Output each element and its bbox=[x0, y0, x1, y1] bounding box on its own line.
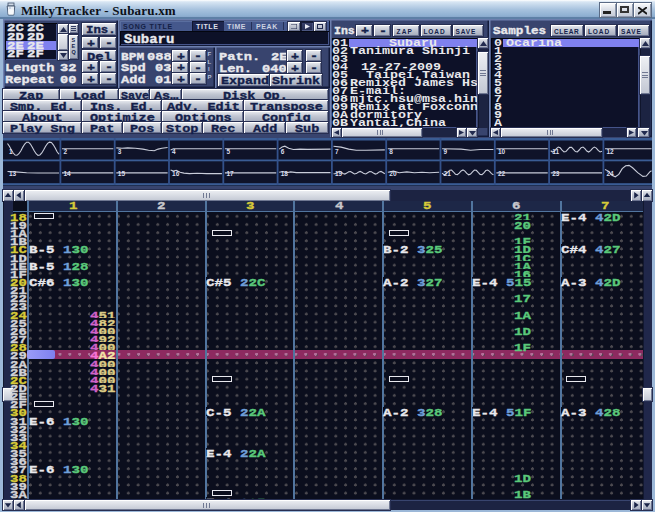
svg-text:17: 17 bbox=[226, 170, 234, 177]
svg-text:14: 14 bbox=[64, 170, 72, 177]
svg-text:15: 15 bbox=[118, 170, 126, 177]
svg-text:18: 18 bbox=[281, 170, 289, 177]
svg-text:20: 20 bbox=[389, 170, 397, 177]
svg-text:1: 1 bbox=[9, 148, 13, 155]
svg-text:16: 16 bbox=[172, 170, 180, 177]
svg-text:21: 21 bbox=[444, 170, 452, 177]
svg-text:23: 23 bbox=[552, 170, 560, 177]
svg-text:5: 5 bbox=[226, 148, 230, 155]
svg-text:13: 13 bbox=[9, 170, 17, 177]
svg-text:2: 2 bbox=[64, 148, 68, 155]
svg-text:4: 4 bbox=[172, 148, 176, 155]
svg-text:19: 19 bbox=[335, 170, 343, 177]
svg-text:12: 12 bbox=[607, 148, 615, 155]
svg-text:7: 7 bbox=[335, 148, 339, 155]
svg-text:6: 6 bbox=[281, 148, 285, 155]
svg-text:3: 3 bbox=[118, 148, 122, 155]
svg-text:8: 8 bbox=[389, 148, 393, 155]
svg-text:9: 9 bbox=[444, 148, 448, 155]
svg-text:22: 22 bbox=[498, 170, 506, 177]
svg-text:11: 11 bbox=[552, 148, 559, 155]
svg-text:24: 24 bbox=[607, 170, 615, 177]
svg-text:10: 10 bbox=[498, 148, 506, 155]
